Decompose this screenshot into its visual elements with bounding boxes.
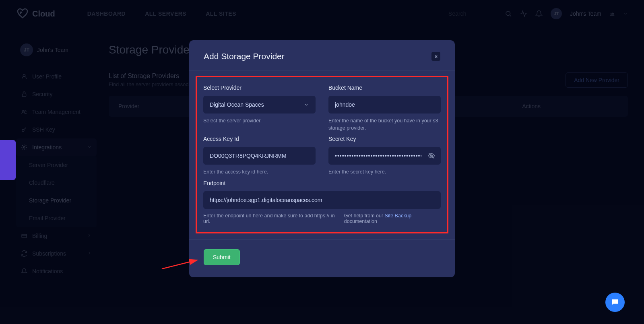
toggle-visibility-button[interactable] [428,152,435,159]
field-access-key: Access Key Id Enter the access key id he… [203,136,316,176]
provider-value: Digital Ocean Spaces [210,101,264,108]
provider-helper: Select the server provider. [203,118,316,125]
modal-title: Add Storage Provider [204,52,285,61]
access-key-label: Access Key Id [203,136,316,142]
field-secret: Secret Key Enter the secret key here. [328,136,441,176]
endpoint-label: Endpoint [203,180,441,186]
annotation-highlight: Select Provider Digital Ocean Spaces Sel… [196,76,448,233]
add-storage-provider-modal: Add Storage Provider Select Provider Dig… [189,40,455,277]
modal-overlay: Add Storage Provider Select Provider Dig… [0,0,644,324]
chevron-down-icon [303,102,309,107]
endpoint-input[interactable] [203,191,441,209]
access-key-input[interactable] [203,147,316,165]
field-provider: Select Provider Digital Ocean Spaces Sel… [203,85,316,132]
site-backup-link[interactable]: Site Backup [385,213,412,219]
provider-label: Select Provider [203,85,316,91]
chat-icon [611,298,619,307]
secret-input[interactable] [328,147,428,165]
secret-helper: Enter the secret key here. [328,169,441,176]
bucket-input[interactable] [328,96,441,114]
field-endpoint: Endpoint Enter the endpoint url here and… [203,180,441,224]
endpoint-helper: Enter the endpoint url here and make sur… [203,213,336,224]
secret-input-wrapper [328,147,441,165]
endpoint-doc-text: Get help from our Site Backup documentat… [344,213,441,224]
bucket-helper: Enter the name of the bucket you have in… [328,118,441,132]
chat-button[interactable] [605,293,625,312]
bucket-label: Bucket Name [328,85,441,91]
modal-header: Add Storage Provider [189,40,455,70]
submit-button[interactable]: Submit [204,249,240,265]
secret-label: Secret Key [328,136,441,142]
close-icon [434,54,438,59]
modal-footer: Submit [189,239,455,277]
provider-select[interactable]: Digital Ocean Spaces [203,96,316,114]
modal-body: Select Provider Digital Ocean Spaces Sel… [189,70,455,239]
field-bucket: Bucket Name Enter the name of the bucket… [328,85,441,132]
close-button[interactable] [431,52,440,61]
eye-off-icon [428,152,435,159]
access-key-helper: Enter the access key id here. [203,169,316,176]
